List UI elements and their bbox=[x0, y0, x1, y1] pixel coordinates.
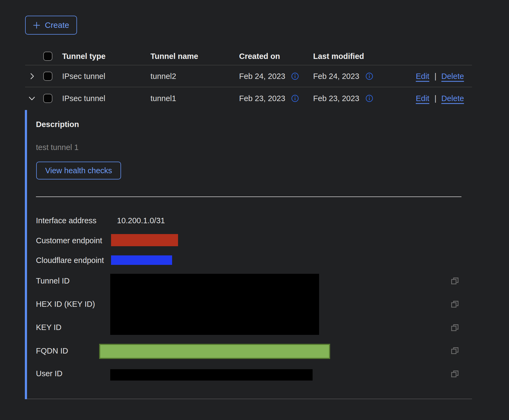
action-separator: | bbox=[434, 72, 437, 81]
copy-hex-id-button[interactable] bbox=[451, 300, 459, 309]
column-header-created-on: Created on bbox=[239, 52, 280, 61]
detail-label-tunnel-id: Tunnel ID bbox=[36, 276, 70, 285]
detail-label-interface-address: Interface address bbox=[36, 216, 96, 225]
action-separator: | bbox=[434, 94, 437, 103]
description-heading: Description bbox=[36, 120, 79, 129]
expanded-panel-accent-bar bbox=[25, 110, 27, 399]
tunnel-type-cell: IPsec tunnel bbox=[62, 94, 105, 103]
table-row: IPsec tunnel tunnel1 Feb 23, 2023 Feb 23… bbox=[25, 87, 472, 109]
expand-row-button[interactable] bbox=[28, 72, 36, 80]
column-header-tunnel-type: Tunnel type bbox=[62, 52, 106, 61]
detail-label-hex-id: HEX ID (KEY ID) bbox=[36, 300, 95, 309]
copy-key-id-button[interactable] bbox=[451, 323, 459, 332]
edit-link[interactable]: Edit bbox=[416, 72, 429, 81]
create-button[interactable]: Create bbox=[25, 16, 77, 35]
delete-link[interactable]: Delete bbox=[441, 72, 464, 81]
tunnel-type-cell: IPsec tunnel bbox=[62, 72, 105, 81]
tunnels-table: Tunnel type Tunnel name Created on Last … bbox=[25, 48, 472, 109]
redacted-fqdn-id bbox=[99, 344, 330, 359]
table-row: IPsec tunnel tunnel2 Feb 24, 2023 Feb 24… bbox=[25, 65, 472, 87]
created-on-cell: Feb 24, 2023 bbox=[239, 72, 285, 81]
edit-link[interactable]: Edit bbox=[416, 94, 429, 103]
detail-value-interface-address: 10.200.1.0/31 bbox=[117, 216, 165, 225]
detail-label-customer-endpoint: Customer endpoint bbox=[36, 236, 102, 245]
table-header-row: Tunnel type Tunnel name Created on Last … bbox=[25, 48, 472, 65]
create-button-label: Create bbox=[45, 21, 69, 30]
copy-tunnel-id-button[interactable] bbox=[451, 276, 459, 286]
tunnel-name-cell: tunnel1 bbox=[150, 94, 176, 103]
collapse-row-button[interactable] bbox=[28, 94, 36, 102]
redacted-tunnel-hex-key-ids bbox=[110, 274, 319, 335]
info-icon[interactable] bbox=[291, 95, 299, 102]
info-icon[interactable] bbox=[366, 95, 373, 102]
info-icon[interactable] bbox=[291, 72, 299, 80]
created-on-cell: Feb 23, 2023 bbox=[239, 94, 285, 103]
panel-divider bbox=[36, 196, 461, 197]
last-modified-cell: Feb 24, 2023 bbox=[313, 72, 359, 81]
plus-icon bbox=[33, 22, 40, 29]
column-header-last-modified: Last modified bbox=[313, 52, 364, 61]
row-checkbox[interactable] bbox=[43, 72, 52, 81]
detail-label-key-id: KEY ID bbox=[36, 323, 62, 332]
view-health-checks-button[interactable]: View health checks bbox=[36, 162, 121, 179]
tunnel-name-cell: tunnel2 bbox=[150, 72, 176, 81]
redacted-cloudflare-endpoint bbox=[111, 255, 172, 265]
info-icon[interactable] bbox=[366, 72, 373, 80]
last-modified-cell: Feb 23, 2023 bbox=[313, 94, 359, 103]
chevron-down-icon bbox=[28, 95, 36, 102]
detail-label-fqdn-id: FQDN ID bbox=[36, 346, 68, 355]
copy-user-id-button[interactable] bbox=[451, 369, 459, 379]
chevron-right-icon bbox=[28, 72, 36, 80]
view-health-checks-label: View health checks bbox=[45, 166, 112, 175]
row-checkbox[interactable] bbox=[43, 94, 52, 103]
detail-label-cloudflare-endpoint: Cloudflare endpoint bbox=[36, 256, 104, 265]
redacted-user-id bbox=[110, 369, 313, 381]
select-all-checkbox[interactable] bbox=[43, 52, 52, 61]
expanded-tunnel-panel: Description test tunnel 1 View health ch… bbox=[25, 110, 472, 399]
redacted-customer-endpoint bbox=[111, 234, 178, 246]
delete-link[interactable]: Delete bbox=[441, 94, 464, 103]
column-header-tunnel-name: Tunnel name bbox=[150, 52, 198, 61]
copy-fqdn-id-button[interactable] bbox=[451, 346, 459, 355]
detail-label-user-id: User ID bbox=[36, 369, 62, 378]
description-text: test tunnel 1 bbox=[36, 143, 79, 152]
